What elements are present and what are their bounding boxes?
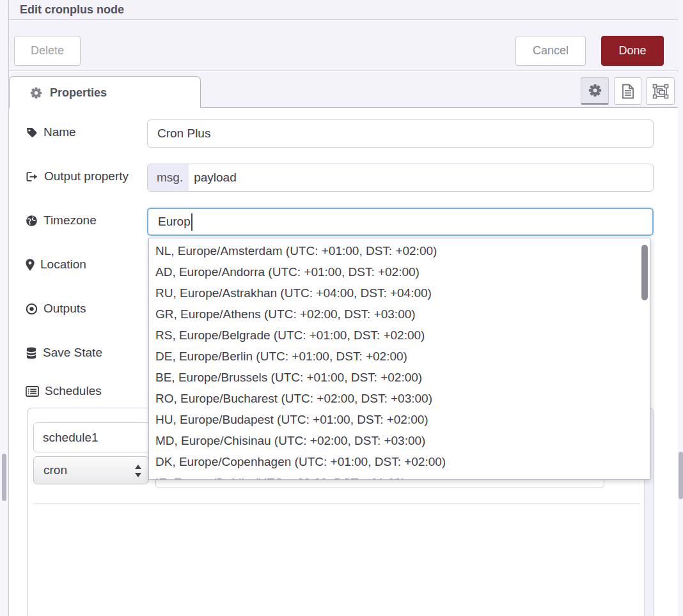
dialog-title: Edit cronplus node — [20, 3, 124, 17]
dialog-button-bar: Delete Cancel Done — [9, 20, 678, 71]
schedules-label-row: Schedules — [26, 384, 102, 398]
schedule-divider — [34, 504, 640, 504]
left-scrollbar-thumb[interactable] — [2, 454, 6, 501]
appearance-icon — [652, 84, 669, 99]
output-property-label-row: Output property — [26, 169, 129, 183]
location-label: Location — [40, 258, 86, 272]
timezone-input[interactable]: Europ — [147, 208, 654, 236]
delete-button[interactable]: Delete — [14, 36, 81, 66]
tab-properties[interactable]: Properties — [9, 76, 201, 109]
timezone-option[interactable]: BE, Europe/Brussels (UTC: +01:00, DST: +… — [149, 367, 650, 388]
schedules-label: Schedules — [45, 384, 102, 398]
database-icon — [26, 347, 37, 359]
timezone-option[interactable]: DE, Europe/Berlin (UTC: +01:00, DST: +02… — [149, 346, 650, 367]
description-icon-button[interactable] — [614, 77, 641, 105]
sign-out-icon — [26, 171, 38, 183]
outputs-label-row: Outputs — [26, 302, 86, 316]
timezone-option[interactable]: NL, Europe/Amsterdam (UTC: +01:00, DST: … — [149, 240, 650, 261]
output-property-value: payload — [189, 171, 237, 185]
tag-icon — [26, 127, 38, 139]
list-alt-icon — [26, 386, 39, 397]
name-label: Name — [43, 125, 76, 139]
timezone-option[interactable]: DK, Europe/Copenhagen (UTC: +01:00, DST:… — [149, 451, 650, 472]
right-scrollbar-thumb[interactable] — [679, 452, 683, 499]
map-marker-icon — [26, 259, 35, 271]
timezone-option-list: NL, Europe/Amsterdam (UTC: +01:00, DST: … — [149, 238, 650, 480]
timezone-option[interactable]: GR, Europe/Athens (UTC: +02:00, DST: +03… — [149, 304, 650, 325]
cancel-button[interactable]: Cancel — [515, 36, 586, 66]
workspace-left-gutter — [0, 0, 9, 616]
schedule-type-value: cron — [43, 463, 67, 477]
name-input-value: Cron Plus — [157, 127, 210, 141]
text-caret — [191, 213, 192, 231]
tab-properties-label: Properties — [50, 86, 107, 100]
timezone-option[interactable]: HU, Europe/Budapest (UTC: +01:00, DST: +… — [149, 409, 650, 430]
timezone-option[interactable]: AD, Europe/Andorra (UTC: +01:00, DST: +0… — [149, 261, 650, 282]
edit-tab-bar: Properties — [9, 72, 678, 108]
timezone-label: Timezone — [43, 213, 97, 227]
workspace-right-gutter — [677, 0, 683, 616]
name-label-row: Name — [26, 125, 76, 139]
gear-icon — [30, 87, 42, 99]
dialog-header: Edit cronplus node — [9, 0, 678, 20]
schedule-name-value: schedule1 — [43, 431, 98, 445]
appearance-icon-button[interactable] — [646, 77, 675, 105]
location-label-row: Location — [26, 258, 86, 272]
timezone-input-value: Europ — [158, 215, 191, 229]
dropdown-scrollbar-thumb[interactable] — [641, 245, 648, 300]
timezone-option[interactable]: RO, Europe/Bucharest (UTC: +02:00, DST: … — [149, 388, 650, 409]
globe-icon — [26, 215, 38, 227]
output-property-label: Output property — [44, 169, 129, 183]
save-state-label-row: Save State — [26, 346, 102, 360]
timezone-dropdown: NL, Europe/Amsterdam (UTC: +01:00, DST: … — [148, 238, 650, 480]
dot-circle-icon — [26, 303, 38, 315]
name-input[interactable]: Cron Plus — [147, 119, 654, 148]
timezone-option[interactable]: RS, Europe/Belgrade (UTC: +01:00, DST: +… — [149, 325, 650, 346]
schedule-type-select[interactable]: cron — [33, 456, 149, 484]
gear-icon — [588, 84, 602, 97]
timezone-option[interactable]: RU, Europe/Astrakhan (UTC: +04:00, DST: … — [149, 282, 650, 304]
properties-icon-button[interactable] — [581, 77, 609, 105]
file-icon — [622, 84, 634, 99]
msg-prefix[interactable]: msg. — [148, 164, 189, 191]
sort-arrows-icon — [134, 464, 142, 478]
timezone-option[interactable]: MD, Europe/Chisinau (UTC: +02:00, DST: +… — [149, 430, 650, 451]
done-button[interactable]: Done — [601, 36, 664, 66]
timezone-option[interactable]: IE, Europe/Dublin (UTC: +00:00, DST: +01… — [149, 472, 650, 480]
save-state-label: Save State — [43, 346, 102, 360]
outputs-label: Outputs — [43, 302, 86, 316]
timezone-label-row: Timezone — [26, 213, 97, 227]
output-property-typed-input[interactable]: msg. payload — [147, 164, 654, 192]
